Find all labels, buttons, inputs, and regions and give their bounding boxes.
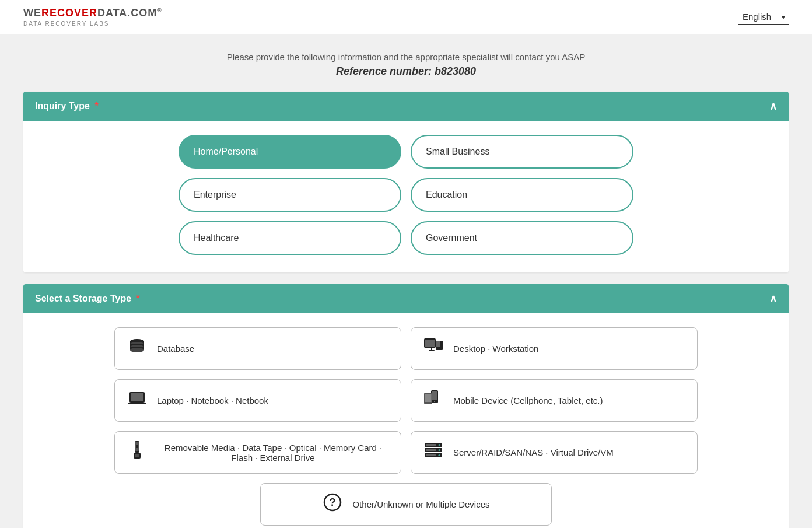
ref-prefix: Reference number:	[336, 65, 435, 77]
storage-btn-other[interactable]: ? Other/Unknown or Multiple Devices	[260, 483, 552, 526]
inquiry-btn-enterprise[interactable]: Enterprise	[178, 178, 401, 212]
logo: WERECOVERDATA.COM® DATA RECOVERY LABS	[23, 7, 162, 27]
svg-rect-13	[437, 349, 439, 350]
svg-rect-28	[426, 444, 436, 446]
inquiry-type-header: Inquiry Type * ∧	[23, 92, 789, 121]
storage-collapse-icon[interactable]: ∧	[769, 292, 777, 305]
storage-label-desktop: Desktop · Workstation	[453, 344, 538, 354]
inquiry-btn-government[interactable]: Government	[411, 221, 634, 255]
storage-type-title: Select a Storage Type *	[35, 293, 140, 304]
logo-recover: RECOVER	[41, 7, 97, 19]
header: WERECOVERDATA.COM® DATA RECOVERY LABS En…	[0, 0, 812, 34]
desktop-icon	[423, 336, 444, 361]
storage-btn-mobile[interactable]: Mobile Device (Cellphone, Tablet, etc.)	[411, 379, 698, 422]
svg-rect-24	[136, 445, 138, 448]
collapse-icon[interactable]: ∧	[769, 100, 777, 113]
storage-label-database: Database	[157, 344, 194, 354]
inquiry-type-grid: Home/Personal Small Business Enterprise …	[178, 135, 634, 255]
storage-type-header: Select a Storage Type * ∧	[23, 284, 789, 313]
main-content: Please provide the following information…	[0, 34, 812, 528]
logo-sub: DATA RECOVERY LABS	[23, 20, 162, 27]
inquiry-btn-home-personal[interactable]: Home/Personal	[178, 135, 401, 169]
storage-btn-desktop[interactable]: Desktop · Workstation	[411, 327, 698, 370]
inquiry-type-section: Inquiry Type * ∧ Home/Personal Small Bus…	[23, 92, 789, 272]
inquiry-btn-education[interactable]: Education	[411, 178, 634, 212]
required-marker-storage: *	[134, 293, 140, 303]
svg-rect-16	[128, 403, 146, 404]
svg-point-32	[439, 449, 440, 451]
storage-label-other: Other/Unknown or Multiple Devices	[352, 499, 489, 509]
language-selector[interactable]: English French Spanish German ▼	[738, 9, 789, 25]
svg-rect-9	[431, 348, 432, 350]
intro-description: Please provide the following information…	[23, 52, 789, 62]
storage-label-mobile: Mobile Device (Cellphone, Tablet, etc.)	[453, 396, 603, 405]
svg-text:?: ?	[330, 496, 336, 508]
inquiry-btn-small-business[interactable]: Small Business	[411, 135, 634, 169]
svg-rect-26	[135, 454, 139, 457]
storage-label-server: Server/RAID/SAN/NAS · Virtual Drive/VM	[453, 447, 614, 457]
storage-label-laptop: Laptop · Notebook · Netbook	[157, 396, 268, 405]
database-icon	[127, 336, 148, 361]
svg-rect-18	[432, 391, 438, 400]
logo-text: WERECOVERDATA.COM®	[23, 7, 162, 19]
storage-btn-database[interactable]: Database	[114, 327, 401, 370]
storage-label-removable-media: Removable Media · Data Tape · Optical · …	[157, 443, 389, 463]
storage-btn-server[interactable]: Server/RAID/SAN/NAS · Virtual Drive/VM	[411, 431, 698, 474]
svg-rect-31	[426, 449, 436, 451]
inquiry-type-body: Home/Personal Small Business Enterprise …	[23, 121, 789, 272]
svg-rect-12	[436, 341, 440, 347]
language-dropdown[interactable]: English French Spanish German	[738, 9, 789, 25]
storage-type-grid: Database	[114, 327, 698, 526]
required-marker: *	[92, 101, 99, 111]
svg-point-19	[434, 401, 435, 402]
usb-icon	[127, 440, 148, 465]
storage-btn-laptop[interactable]: Laptop · Notebook · Netbook	[114, 379, 401, 422]
svg-point-6	[130, 348, 144, 352]
ref-value: b823080	[435, 65, 476, 77]
mobile-icon	[423, 388, 444, 413]
question-icon: ?	[322, 492, 343, 517]
svg-rect-15	[131, 393, 144, 401]
svg-point-29	[439, 444, 440, 446]
reference-number: Reference number: b823080	[23, 65, 789, 78]
laptop-icon	[127, 388, 148, 413]
storage-btn-removable-media[interactable]: Removable Media · Data Tape · Optical · …	[114, 431, 401, 474]
server-icon	[423, 440, 444, 465]
svg-rect-21	[425, 394, 432, 402]
svg-rect-10	[429, 350, 435, 351]
svg-rect-34	[426, 454, 436, 456]
inquiry-type-title: Inquiry Type *	[35, 101, 99, 111]
svg-point-35	[439, 454, 440, 456]
svg-rect-8	[425, 340, 435, 347]
storage-type-body: Database	[23, 313, 789, 528]
inquiry-btn-healthcare[interactable]: Healthcare	[178, 221, 401, 255]
storage-type-section: Select a Storage Type * ∧	[23, 284, 789, 528]
